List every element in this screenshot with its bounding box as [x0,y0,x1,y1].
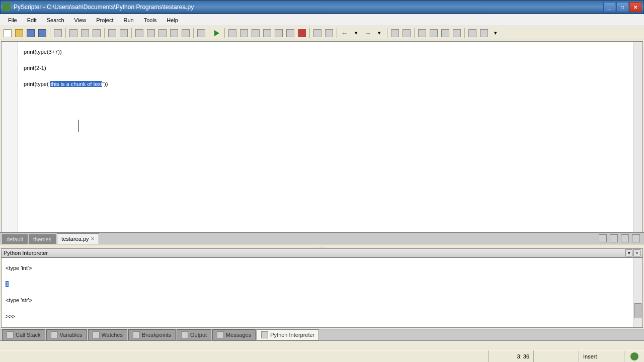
panel-pin-button[interactable]: ▾ [625,249,632,256]
bottom-tabs: Call Stack Variables Watches Breakpoints… [0,329,644,341]
tab-close-button[interactable]: × [91,235,95,242]
step-into-button[interactable] [238,28,250,39]
menu-file[interactable]: File [3,15,22,25]
redo-button[interactable] [118,28,129,39]
menu-view[interactable]: View [69,15,92,25]
menu-help[interactable]: Help [162,15,183,25]
step-over-button[interactable] [250,28,261,39]
text-cursor [78,120,78,132]
replace-button[interactable] [157,28,168,39]
watches-icon [93,331,100,338]
minimize-button[interactable]: _ [603,2,615,12]
pause-button[interactable] [285,28,296,39]
breakpoint-button[interactable] [312,28,323,39]
code-line-2[interactable]: print(2-1) [24,60,632,76]
code-area[interactable]: print(type(3+7)) print(2-1) print(type("… [24,44,632,92]
run-button[interactable] [211,28,222,39]
whitespace-button[interactable] [451,28,462,39]
line-numbers-button[interactable] [440,28,451,39]
find-in-files-button[interactable] [169,28,180,39]
watch-button[interactable] [324,28,335,39]
outdent-button[interactable] [389,28,400,39]
nav-back-button[interactable]: ← [339,28,350,39]
tab-inactive-2[interactable]: themes [29,234,56,244]
menu-search[interactable]: Search [42,15,69,25]
code-line-1[interactable]: print(type(3+7)) [24,44,632,60]
forward-dropdown[interactable]: ▾ [374,28,385,39]
separator [309,28,310,38]
new-file-icon [4,29,12,37]
menu-tools[interactable]: Tools [139,15,162,25]
code-line-3[interactable]: print(type("this is a chunk of text")) [24,76,632,92]
separator [337,28,337,38]
stop-button[interactable] [296,28,307,39]
menu-project[interactable]: Project [91,15,118,25]
maximize-button[interactable]: □ [616,2,628,12]
copy-button[interactable] [79,28,91,39]
tabs-new-button[interactable] [620,234,630,243]
cut-button[interactable] [68,28,79,39]
nav-forward-button[interactable]: → [362,28,373,39]
indent-icon [403,29,411,37]
comment-button[interactable] [417,28,428,39]
interpreter-output[interactable]: <type 'int'> 1 <type 'str'> >>> [1,257,643,328]
save-button[interactable] [25,28,36,39]
tab-active[interactable]: testarea.py × [57,233,99,244]
editor-scrollbar[interactable] [633,42,642,232]
status-blank [533,350,579,362]
window-title: PyScripter - C:\Users\sah\Documents\Pyth… [14,4,603,11]
new-file-button[interactable] [2,28,13,39]
tab-inactive-1[interactable]: default [2,234,28,244]
run-cursor-icon [275,29,283,37]
tabs-prev-button[interactable] [598,234,608,243]
bottom-tab-breakpoints[interactable]: Breakpoints [128,329,176,340]
bottom-tab-watches[interactable]: Watches [88,329,127,340]
undo-button[interactable] [107,28,118,39]
layout-button[interactable] [478,28,490,39]
highlight-button[interactable] [180,28,191,39]
options-icon [468,29,476,37]
output-line-2: 1 [6,276,638,292]
comment-icon [418,29,426,37]
menubar: File Edit Search View Project Run Tools … [0,14,644,26]
separator [131,28,132,38]
close-button[interactable]: ✕ [629,2,641,12]
uncomment-button[interactable] [428,28,439,39]
menu-run[interactable]: Run [118,15,138,25]
output-selected: 1 [6,281,9,287]
print-button[interactable] [52,28,63,39]
output-prompt[interactable]: >>> [6,308,638,324]
separator [224,28,225,38]
panel-close-button[interactable]: × [633,249,640,256]
splitter-handle[interactable]: ······ [0,244,644,248]
bottom-tab-variables[interactable]: Variables [46,329,87,340]
bottom-tab-messages[interactable]: Messages [212,329,256,340]
layout-dropdown[interactable]: ▾ [490,28,501,39]
find-button[interactable] [134,28,145,39]
debug-button[interactable] [227,28,238,39]
close-tab-icon [632,234,640,242]
indent-button[interactable] [401,28,412,39]
bottom-tab-output[interactable]: Output [177,329,211,340]
status-insert-mode: Insert [579,350,624,362]
pause-icon [286,29,294,37]
run-to-cursor-button[interactable] [273,28,284,39]
paste-button[interactable] [91,28,102,39]
step-into-icon [240,29,248,37]
tabs-next-button[interactable] [609,234,619,243]
open-file-icon [15,29,23,37]
code-editor[interactable]: print(type(3+7)) print(2-1) print(type("… [1,41,643,232]
options-button[interactable] [467,28,478,39]
interpreter-scrollbar[interactable] [633,258,642,327]
bottom-tab-interpreter[interactable]: Python Interpreter [257,329,319,340]
tabs-close-button[interactable] [631,234,641,243]
syntax-check-button[interactable] [196,28,207,39]
scroll-thumb[interactable] [634,303,641,318]
step-out-button[interactable] [262,28,273,39]
menu-edit[interactable]: Edit [22,15,42,25]
open-file-button[interactable] [14,28,25,39]
save-all-button[interactable] [37,28,48,39]
bottom-tab-callstack[interactable]: Call Stack [2,329,45,340]
back-dropdown[interactable]: ▾ [351,28,362,39]
find-next-button[interactable] [145,28,156,39]
